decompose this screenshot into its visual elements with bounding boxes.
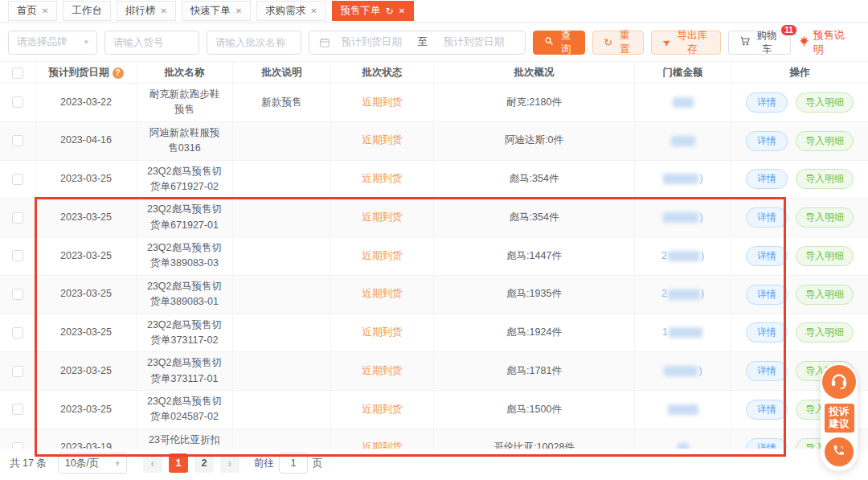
masked-amount-suffix: ) [701, 248, 704, 264]
cell-arrival-date: 2023-03-25 [36, 237, 137, 275]
row-checkbox[interactable] [12, 404, 23, 415]
brand-select-placeholder: 请选择品牌 [17, 35, 68, 49]
page-button-2[interactable]: 2 [194, 453, 214, 473]
complaint-suggestion-button[interactable]: 投诉 建议 [825, 404, 854, 433]
cell-actions: 详情 导入明细 [731, 237, 868, 275]
detail-button[interactable]: 详情 [746, 169, 788, 189]
row-checkbox[interactable] [12, 96, 23, 108]
import-detail-button[interactable]: 导入明细 [796, 285, 854, 305]
refresh-icon: ↻ [604, 36, 612, 48]
phone-contact-button[interactable] [825, 437, 854, 466]
cell-batch-overview: 彪马:354件 [434, 161, 635, 199]
masked-amount [668, 289, 700, 300]
cart-count-badge: 11 [780, 24, 797, 36]
cell-batch-status: 近期到货 [331, 122, 434, 160]
detail-button[interactable]: 详情 [746, 207, 788, 228]
cell-threshold-amount: 1 [635, 314, 731, 352]
presale-order-page: 首页 ✕ 工作台 排行榜 ✕ 快速下单 ✕ 求购需求 ✕ 预售下单 [0, 0, 868, 480]
cell-batch-status: 近期到货 [331, 276, 434, 314]
row-checkbox[interactable] [12, 250, 23, 261]
close-icon[interactable]: ✕ [160, 7, 166, 15]
import-detail-button[interactable]: 导入明细 [796, 169, 854, 189]
cell-batch-name: 23Q2彪马预售切货单389083-03 [137, 237, 233, 275]
detail-button[interactable]: 详情 [746, 131, 788, 151]
detail-button[interactable]: 详情 [746, 400, 788, 420]
chevron-down-icon: ▾ [115, 458, 120, 469]
row-checkbox[interactable] [12, 212, 23, 224]
date-range-picker[interactable]: 预计到货日期 至 预计到货日期 [309, 31, 526, 55]
calendar-icon [319, 37, 330, 48]
cell-batch-desc: 新款预售 [233, 84, 331, 121]
presale-info-link[interactable]: 预售说明 [798, 28, 849, 57]
cell-batch-name: 23Q2彪马预售切货单024587-02 [137, 391, 233, 429]
detail-button[interactable]: 详情 [746, 285, 788, 305]
reset-button[interactable]: ↻ 重置 [592, 31, 644, 55]
close-icon[interactable]: ✕ [42, 7, 48, 15]
cell-batch-overview: 彪马:1781件 [434, 352, 635, 390]
tab-5[interactable]: 预售下单 ↻ ✕ [332, 1, 414, 21]
header-batch-overview: 批次概况 [434, 62, 635, 84]
tab-4[interactable]: 求购需求 ✕ [256, 1, 326, 21]
next-page-button[interactable]: › [220, 453, 240, 473]
cell-batch-name: 23Q2彪马预售切货单671927-01 [137, 199, 233, 236]
send-icon: ➤ [660, 35, 674, 49]
cell-batch-status: 近期到货 [331, 237, 434, 275]
masked-amount-suffix: ) [701, 286, 704, 302]
import-detail-button[interactable]: 导入明细 [796, 207, 854, 228]
cell-actions: 详情 导入明细 [731, 199, 868, 236]
cell-actions: 详情 导入明细 [731, 314, 868, 352]
cell-batch-status: 近期到货 [331, 314, 434, 352]
row-checkbox[interactable] [12, 327, 23, 338]
tab-label: 首页 [17, 4, 37, 18]
table-header-row: 预计到货日期 ? 批次名称 批次说明 批次状态 批次概况 门槛金额 操作 [0, 61, 868, 84]
table-row: 2023-04-16 阿迪新款鞋服预售0316 近期到货 阿迪达斯:0件 详情 … [0, 122, 868, 161]
tab-2[interactable]: 排行榜 ✕ [117, 1, 176, 21]
row-checkbox[interactable] [12, 135, 23, 146]
select-all-checkbox[interactable] [12, 68, 23, 79]
cell-batch-overview: 彪马:354件 [434, 199, 635, 236]
close-icon[interactable]: ✕ [399, 7, 405, 15]
cell-arrival-date: 2023-03-25 [36, 161, 137, 199]
row-checkbox[interactable] [12, 289, 23, 300]
page-size-select[interactable]: 10条/页 ▾ [58, 453, 127, 474]
tab-0[interactable]: 首页 ✕ [8, 1, 57, 21]
cell-batch-status: 近期到货 [331, 161, 434, 199]
detail-button[interactable]: 详情 [746, 92, 788, 113]
import-detail-button[interactable]: 导入明细 [796, 131, 854, 151]
batch-name-input[interactable] [207, 31, 301, 55]
masked-amount [668, 404, 698, 415]
detail-button[interactable]: 详情 [746, 361, 788, 381]
export-inventory-button[interactable]: ➤ 导出库存 [651, 31, 720, 55]
close-icon[interactable]: ✕ [235, 7, 242, 15]
cell-arrival-date: 2023-03-25 [36, 199, 137, 236]
cell-batch-overview: 彪马:1924件 [434, 314, 635, 352]
import-detail-button[interactable]: 导入明细 [796, 322, 854, 343]
tab-3[interactable]: 快速下单 ✕ [182, 1, 251, 21]
cell-threshold-amount: 2 ) [635, 237, 731, 275]
tab-1[interactable]: 工作台 [63, 1, 111, 21]
detail-button[interactable]: 详情 [746, 322, 788, 343]
header-threshold: 门槛金额 [635, 62, 731, 84]
table-row: 2023-03-25 23Q2彪马预售切货单024587-02 近期到货 彪马:… [0, 391, 868, 429]
masked-amount [669, 327, 702, 338]
row-checkbox[interactable] [12, 366, 23, 377]
detail-button[interactable]: 详情 [746, 246, 788, 266]
help-icon[interactable]: ? [113, 68, 124, 79]
page-button-1[interactable]: 1 [169, 453, 188, 473]
row-checkbox[interactable] [12, 174, 23, 185]
import-detail-button[interactable]: 导入明细 [796, 246, 854, 266]
goto-page-input[interactable] [279, 453, 308, 474]
cart-button[interactable]: 购物车 11 [728, 31, 791, 55]
sku-input[interactable] [104, 31, 199, 55]
import-detail-button[interactable]: 导入明细 [796, 92, 854, 113]
date-end-placeholder[interactable]: 预计到货日期 [432, 35, 515, 49]
brand-select[interactable]: 请选择品牌 ▾ [8, 31, 97, 55]
customer-service-button[interactable] [822, 365, 856, 399]
prev-page-button[interactable]: ‹ [143, 453, 162, 473]
close-icon[interactable]: ✕ [310, 7, 317, 15]
cell-batch-name: 23Q2彪马预售切货单389083-01 [137, 276, 233, 314]
refresh-icon[interactable]: ↻ [386, 6, 394, 16]
search-button[interactable]: 查询 [533, 31, 585, 55]
tab-label: 排行榜 [125, 4, 156, 18]
date-start-placeholder[interactable]: 预计到货日期 [330, 35, 413, 49]
